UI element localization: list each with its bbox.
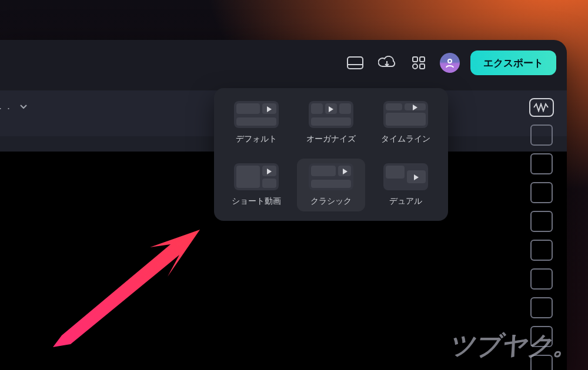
layout-option-timeline[interactable]: タイムライン bbox=[371, 96, 440, 149]
annotation-arrow bbox=[47, 227, 212, 350]
thumb-slot[interactable] bbox=[530, 153, 553, 174]
layout-option-label: ショート動画 bbox=[232, 196, 281, 207]
layout-option-dual[interactable]: デュアル bbox=[371, 159, 440, 211]
window-header-right: エクスポート bbox=[345, 51, 556, 75]
watermark: ツブヤク。 bbox=[449, 328, 577, 363]
layout-toggle-icon[interactable] bbox=[345, 52, 366, 73]
svg-point-5 bbox=[413, 64, 417, 69]
svg-point-6 bbox=[448, 59, 452, 63]
breadcrumb-ellipsis: . . bbox=[0, 100, 11, 112]
waveform-icon[interactable] bbox=[529, 98, 554, 117]
grid-apps-icon[interactable] bbox=[408, 52, 429, 73]
layout-option-default[interactable]: デフォルト bbox=[222, 96, 291, 149]
layout-option-label: タイムライン bbox=[381, 134, 430, 144]
layout-option-organize[interactable]: オーガナイズ bbox=[297, 96, 366, 149]
layout-popover: デフォルト オーガナイズ bbox=[214, 88, 448, 221]
svg-rect-0 bbox=[348, 57, 363, 69]
thumb-slot[interactable] bbox=[530, 211, 553, 232]
layout-option-label: デフォルト bbox=[236, 134, 277, 144]
thumb-slot[interactable] bbox=[530, 182, 553, 203]
desktop-background: エクスポート . . bbox=[0, 0, 588, 370]
layout-option-label: クラシック bbox=[310, 196, 352, 207]
user-avatar-icon[interactable] bbox=[440, 53, 460, 73]
app-window: エクスポート . . bbox=[0, 40, 567, 370]
svg-marker-7 bbox=[53, 230, 200, 347]
thumb-slot[interactable] bbox=[530, 125, 553, 146]
svg-rect-3 bbox=[420, 57, 425, 62]
thumb-slot[interactable] bbox=[530, 297, 553, 318]
export-button-label: エクスポート bbox=[483, 56, 543, 70]
layout-option-label: オーガナイズ bbox=[306, 134, 356, 144]
layout-option-classic[interactable]: クラシック bbox=[297, 159, 366, 211]
breadcrumb[interactable]: . . bbox=[0, 100, 29, 112]
svg-rect-4 bbox=[420, 64, 425, 69]
thumb-slot[interactable] bbox=[530, 240, 553, 261]
layout-option-label: デュアル bbox=[389, 196, 422, 207]
svg-rect-2 bbox=[413, 57, 417, 62]
chevron-down-icon bbox=[18, 101, 29, 112]
layout-option-shorts[interactable]: ショート動画 bbox=[222, 159, 291, 211]
cloud-download-icon[interactable] bbox=[376, 52, 397, 73]
thumb-slot[interactable] bbox=[530, 268, 553, 290]
export-button[interactable]: エクスポート bbox=[470, 51, 556, 75]
